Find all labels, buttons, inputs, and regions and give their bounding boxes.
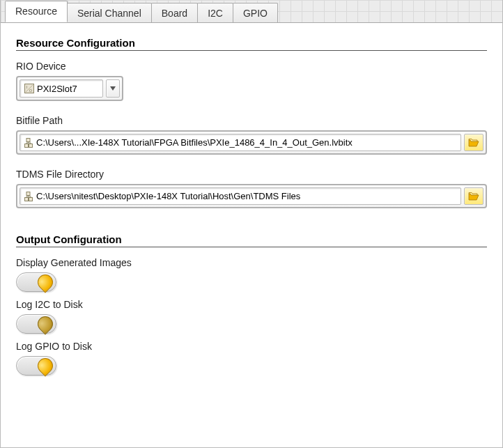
tab-label: I2C <box>208 8 223 19</box>
bitfile-browse-button[interactable] <box>464 134 483 151</box>
svg-rect-12 <box>26 192 30 195</box>
tab-bar: Resource Serial Channel Board I2C GPIO <box>1 0 502 22</box>
log-gpio-label: Log GPIO to Disk <box>16 341 487 352</box>
folder-open-icon <box>468 192 479 201</box>
path-icon <box>24 192 33 201</box>
io-resource-icon: I O <box>24 84 34 93</box>
tdms-dir-input[interactable]: C:\Users\nitest\Desktop\PXIe-148X Tutori… <box>20 187 461 205</box>
log-i2c-label: Log I2C to Disk <box>16 299 487 310</box>
path-icon <box>24 138 33 148</box>
rio-device-input[interactable]: I O PXI2Slot7 <box>20 79 103 98</box>
svg-rect-7 <box>29 144 33 147</box>
svg-rect-5 <box>26 138 30 141</box>
tdms-dir-value: C:\Users\nitest\Desktop\PXIe-148X Tutori… <box>36 191 300 201</box>
section-divider <box>16 247 487 247</box>
tab-serial-channel[interactable]: Serial Channel <box>67 3 152 23</box>
tab-label: GPIO <box>243 8 268 19</box>
chevron-down-icon <box>110 86 116 91</box>
rio-device-label: RIO Device <box>16 61 487 72</box>
svg-text:O: O <box>29 88 32 93</box>
toggle-knob-icon <box>34 355 56 376</box>
bitfile-path-control: C:\Users\...XIe-148X Tutorial\FPGA Bitfi… <box>16 130 487 155</box>
tab-board[interactable]: Board <box>151 3 198 23</box>
rio-device-value: PXI2Slot7 <box>37 84 98 94</box>
section-divider <box>16 50 487 51</box>
toggle-knob-icon <box>34 271 56 293</box>
svg-rect-13 <box>25 197 29 201</box>
section-title-resource: Resource Configuration <box>16 37 487 49</box>
svg-marker-4 <box>110 86 116 91</box>
tdms-dir-label: TDMS File Directory <box>16 169 487 180</box>
config-window: Resource Serial Channel Board I2C GPIO R… <box>0 0 503 448</box>
tab-label: Serial Channel <box>77 8 141 19</box>
svg-rect-6 <box>25 144 29 147</box>
tdms-dir-control: C:\Users\nitest\Desktop\PXIe-148X Tutori… <box>16 184 487 208</box>
section-title-output: Output Configuration <box>16 233 487 245</box>
tab-panel-resource: Resource Configuration RIO Device I O PX… <box>1 22 502 447</box>
bitfile-path-label: Bitfile Path <box>16 115 487 126</box>
toggle-knob-icon <box>34 313 56 334</box>
svg-text:I: I <box>26 85 27 89</box>
bitfile-path-input[interactable]: C:\Users\...XIe-148X Tutorial\FPGA Bitfi… <box>20 134 461 151</box>
log-gpio-toggle[interactable] <box>16 356 56 376</box>
rio-device-dropdown-button[interactable] <box>106 79 120 98</box>
bitfile-path-value: C:\Users\...XIe-148X Tutorial\FPGA Bitfi… <box>36 137 353 148</box>
display-generated-toggle[interactable] <box>16 272 56 292</box>
tab-i2c[interactable]: I2C <box>197 3 233 23</box>
folder-open-icon <box>468 138 479 147</box>
display-generated-label: Display Generated Images <box>16 257 487 268</box>
tdms-browse-button[interactable] <box>464 187 483 205</box>
log-i2c-toggle[interactable] <box>16 314 56 334</box>
tab-resource[interactable]: Resource <box>5 1 68 22</box>
svg-rect-14 <box>29 197 33 201</box>
rio-device-control: I O PXI2Slot7 <box>16 76 123 101</box>
tab-gpio[interactable]: GPIO <box>233 3 278 23</box>
tab-label: Board <box>162 8 187 19</box>
tab-label: Resource <box>15 6 57 17</box>
